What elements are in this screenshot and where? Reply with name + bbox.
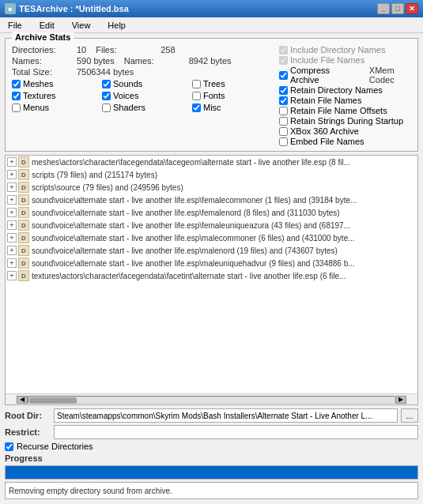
names-label: Names: [12, 56, 67, 66]
scroll-left-btn[interactable]: ◀ [17, 396, 28, 404]
checkbox-sounds[interactable]: Sounds [102, 79, 189, 88]
file-item-text: sound\voice\alternate start - live anoth… [32, 234, 355, 243]
total-label: Total Size: [12, 67, 67, 77]
checkbox-include-file[interactable]: Include File Names [279, 55, 423, 65]
scroll-right-btn[interactable]: ▶ [395, 396, 406, 404]
checkbox-strings[interactable]: Retain Strings During Startup [279, 116, 423, 126]
file-item-text: scripts (79 files) and (215174 bytes) [32, 171, 157, 179]
total-value: 7506344 bytes [77, 67, 134, 77]
bottom-section: Root Dir: ... Restrict: Recurse Director… [5, 408, 418, 499]
checkbox-voices[interactable]: Voices [102, 91, 189, 100]
checkbox-compress[interactable]: Compress Archive [279, 66, 357, 85]
expand-icon[interactable]: + [7, 182, 17, 192]
app-icon: ■ [5, 3, 16, 14]
file-item-text: scripts\source (79 files) and (249596 by… [32, 183, 183, 192]
expand-icon[interactable]: + [7, 271, 17, 280]
checkbox-file-offsets[interactable]: Retain File Name Offsets [279, 106, 423, 115]
folder-icon: D [18, 169, 29, 180]
archive-stats-group: Archive Stats Directories: 10 Files: 258… [5, 38, 418, 152]
expand-icon[interactable]: + [7, 170, 17, 179]
expand-icon[interactable]: + [7, 258, 17, 268]
recurse-checkbox[interactable] [5, 442, 13, 451]
file-item-text: sound\voice\alternate start - live anoth… [32, 209, 340, 217]
expand-icon[interactable]: + [7, 220, 17, 230]
group-legend: Archive Stats [12, 32, 74, 42]
progress-label: Progress [5, 453, 418, 463]
folder-icon: D [18, 194, 29, 205]
checkbox-retain-file[interactable]: Retain File Names [279, 96, 423, 105]
restrict-row: Restrict: [5, 425, 418, 439]
file-item-text: textures\actors\character\facegendata\fa… [32, 272, 346, 280]
checkbox-retain-dir[interactable]: Retain Directory Names [279, 85, 423, 95]
xmem-label: XMem Codec [369, 66, 419, 85]
folder-icon: D [18, 220, 29, 231]
folder-icon: D [18, 156, 29, 167]
scrollbar-thumb[interactable] [29, 397, 77, 404]
checkbox-fonts[interactable]: Fonts [192, 91, 279, 100]
restrict-input[interactable] [54, 425, 418, 439]
folder-icon: D [18, 245, 29, 256]
names-row: Names: 590 bytes Names: 8942 bytes [12, 56, 279, 66]
compress-row: Compress Archive XMem Codec [279, 66, 423, 85]
expand-icon[interactable]: + [7, 208, 17, 217]
expand-icon[interactable]: + [7, 233, 17, 243]
names-bytes: 590 bytes [77, 56, 115, 66]
file-list[interactable]: +Dmeshes\actors\character\facegendata\fa… [6, 156, 417, 393]
files-label: Files: [96, 45, 151, 55]
checkbox-shaders[interactable]: Shaders [102, 103, 189, 112]
directories-label: Directories: [12, 45, 67, 55]
list-item[interactable]: +Dsound\voice\alternate start - live ano… [6, 194, 417, 206]
menu-edit[interactable]: Edit [35, 19, 59, 32]
list-item[interactable]: +Dsound\voice\alternate start - live ano… [6, 206, 417, 219]
expand-icon[interactable]: + [7, 195, 17, 205]
menu-view[interactable]: View [67, 19, 96, 32]
file-list-container: +Dmeshes\actors\character\facegendata\fa… [5, 155, 418, 405]
checkbox-misc[interactable]: Misc [192, 103, 279, 112]
list-item[interactable]: +Dsound\voice\alternate start - live ano… [6, 244, 417, 257]
menu-help[interactable]: Help [103, 19, 130, 32]
folder-icon: D [18, 182, 29, 193]
stats-right: Include Directory Names Include File Nam… [279, 45, 423, 146]
expand-icon[interactable]: + [7, 157, 17, 167]
restrict-label: Restrict: [5, 427, 51, 437]
list-item[interactable]: +Dscripts\source (79 files) and (249596 … [6, 181, 417, 194]
status-text: Removing empty directory sound from arch… [9, 487, 172, 495]
title-bar-buttons: _ □ ✕ [377, 3, 418, 14]
menu-file[interactable]: File [3, 19, 27, 32]
horizontal-scrollbar[interactable]: ◀ ▶ [6, 393, 417, 404]
close-button[interactable]: ✕ [406, 3, 418, 14]
checkbox-xbox[interactable]: XBox 360 Archive [279, 126, 423, 136]
list-item[interactable]: +Dsound\voice\alternate start - live ano… [6, 257, 417, 269]
file-item-text: sound\voice\alternate start - live anoth… [32, 196, 357, 205]
checkbox-include-dir[interactable]: Include Directory Names [279, 45, 423, 55]
directories-value: 10 [77, 45, 86, 55]
recurse-row[interactable]: Recurse Directories [5, 442, 418, 451]
checkbox-textures[interactable]: Textures [12, 91, 99, 100]
checkbox-meshes[interactable]: Meshes [12, 79, 99, 88]
folder-icon: D [18, 258, 29, 269]
main-content: Archive Stats Directories: 10 Files: 258… [0, 33, 423, 504]
list-item[interactable]: +Dsound\voice\alternate start - live ano… [6, 219, 417, 231]
progress-bar-fill [6, 466, 417, 479]
title-bar: ■ TESArchive : *Untitled.bsa _ □ ✕ [0, 0, 423, 17]
list-item[interactable]: +Dtextures\actors\character\facegendata\… [6, 269, 417, 282]
list-item[interactable]: +Dscripts (79 files) and (215174 bytes) [6, 168, 417, 181]
expand-icon[interactable]: + [7, 246, 17, 255]
file-item-text: sound\voice\alternate start - live anoth… [32, 246, 338, 255]
names-label2: Names: [124, 56, 179, 66]
scrollbar-track[interactable] [28, 396, 395, 404]
checkbox-menus[interactable]: Menus [12, 103, 99, 112]
root-dir-input[interactable] [54, 408, 398, 423]
list-item[interactable]: +Dsound\voice\alternate start - live ano… [6, 231, 417, 244]
checkbox-trees[interactable]: Trees [192, 79, 279, 88]
maximize-button[interactable]: □ [391, 3, 404, 14]
list-item[interactable]: +Dmeshes\actors\character\facegendata\fa… [6, 156, 417, 168]
root-dir-label: Root Dir: [5, 411, 51, 420]
root-dir-row: Root Dir: ... [5, 408, 418, 423]
minimize-button[interactable]: _ [377, 3, 390, 14]
checkbox-embed[interactable]: Embed File Names [279, 137, 423, 146]
folder-icon: D [18, 207, 29, 218]
root-dir-browse-button[interactable]: ... [401, 408, 418, 423]
folder-icon: D [18, 270, 29, 281]
files-value: 258 [161, 45, 175, 55]
